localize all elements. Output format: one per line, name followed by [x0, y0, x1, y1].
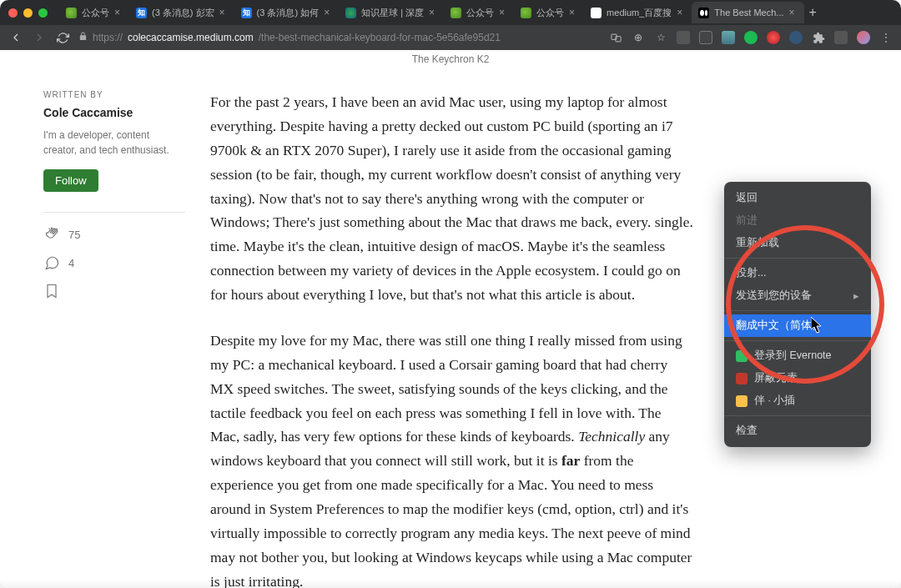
menu-icon[interactable]: ⋮ [879, 31, 893, 44]
follow-button[interactable]: Follow [43, 169, 98, 192]
ctx-separator [724, 258, 871, 259]
ctx-separator [724, 340, 871, 341]
paragraph-1: For the past 2 years, I have been an avi… [210, 90, 694, 307]
tab-5[interactable]: 公众号× [514, 2, 584, 23]
clap-icon [43, 226, 60, 243]
page-content: The Keychron K2 WRITTEN BY Cole Caccamis… [0, 50, 901, 588]
zhihu-icon: 知 [241, 8, 252, 18]
tab-close-icon[interactable]: × [499, 8, 507, 17]
ctx-cast[interactable]: 投射... [724, 262, 871, 284]
tab-6[interactable]: medium_百度搜× [584, 2, 692, 23]
comment-icon [43, 254, 60, 271]
bookmark-icon [43, 283, 60, 299]
claps-count: 75 [68, 229, 80, 241]
tab-title: 公众号 [466, 7, 494, 19]
tab-close-icon[interactable]: × [219, 8, 228, 17]
tab-0[interactable]: 公众号× [59, 2, 129, 23]
plugin-icon [736, 395, 747, 407]
ext-icon[interactable] [767, 31, 780, 44]
new-tab-button[interactable]: + [804, 5, 822, 20]
window-controls [8, 8, 48, 18]
lock-icon [78, 32, 88, 43]
ctx-separator [724, 310, 871, 311]
toolbar: https://colecaccamise.medium.com/the-bes… [0, 25, 901, 50]
url-scheme: https:// [93, 32, 123, 43]
zsxq-icon [345, 8, 356, 18]
ext-icon[interactable] [744, 31, 758, 44]
baidu-icon [591, 8, 602, 18]
reload-button[interactable] [55, 30, 70, 45]
tab-title: The Best Mech... [714, 8, 783, 18]
translate-ext-icon[interactable] [609, 31, 622, 44]
zhihu-icon: 知 [136, 8, 147, 18]
extension-icons: ⊕ ☆ ⋮ [609, 31, 893, 44]
titlebar: 公众号× 知(3 条消息) 彭宏× 知(3 条消息) 如何× 知识星球 | 深度… [0, 0, 901, 25]
ctx-send-to-device[interactable]: 发送到您的设备▸ [724, 284, 871, 307]
maximize-window-button[interactable] [38, 8, 48, 18]
wechat-icon [521, 8, 531, 18]
author-name[interactable]: Cole Caccamise [43, 106, 185, 119]
tab-7-active[interactable]: The Best Mech...× [692, 2, 803, 23]
star-icon[interactable]: ☆ [654, 31, 667, 44]
ctx-translate[interactable]: 翻成中文（简体） [724, 314, 871, 337]
tab-1[interactable]: 知(3 条消息) 彭宏× [129, 2, 234, 23]
ctx-reload[interactable]: 重新加载 [724, 232, 871, 254]
tab-strip: 公众号× 知(3 条消息) 彭宏× 知(3 条消息) 如何× 知识星球 | 深度… [59, 2, 893, 23]
bottom-shadow [0, 580, 901, 588]
ctx-inspect[interactable]: 检查 [724, 420, 871, 442]
tab-close-icon[interactable]: × [677, 8, 685, 17]
tab-3[interactable]: 知识星球 | 深度× [339, 2, 444, 23]
claps-stat[interactable]: 75 [43, 226, 185, 243]
tab-close-icon[interactable]: × [789, 8, 798, 17]
close-window-button[interactable] [8, 8, 18, 18]
article-body: For the past 2 years, I have been an avi… [210, 90, 694, 588]
divider [43, 212, 185, 213]
tab-close-icon[interactable]: × [324, 8, 332, 17]
author-bio: I'm a developer, content creator, and te… [43, 128, 185, 158]
chevron-right-icon: ▸ [853, 289, 859, 302]
wechat-icon [450, 8, 461, 18]
tab-title: medium_百度搜 [607, 7, 672, 19]
ext-icon[interactable] [834, 31, 848, 44]
bookmark-button[interactable] [43, 283, 185, 299]
context-menu: 返回 前进 重新加载 投射... 发送到您的设备▸ 翻成中文（简体） 登录到 E… [724, 182, 871, 447]
image-caption: The Keychron K2 [0, 50, 901, 65]
ctx-evernote[interactable]: 登录到 Evernote [724, 344, 871, 367]
ext-icon[interactable] [722, 31, 735, 44]
paragraph-2: Despite my love for my Mac, there was st… [210, 329, 694, 588]
ctx-forward: 前进 [724, 209, 871, 232]
tab-4[interactable]: 公众号× [444, 2, 514, 23]
responses-count: 4 [68, 257, 74, 269]
minimize-window-button[interactable] [23, 8, 33, 18]
ext-icon[interactable] [677, 31, 690, 44]
ctx-partner[interactable]: 伴 · 小插 [724, 389, 871, 412]
url-host: colecaccamise.medium.com [128, 32, 254, 43]
tab-close-icon[interactable]: × [569, 8, 577, 17]
ctx-block-element[interactable]: 屏蔽元素... [724, 367, 871, 389]
evernote-icon [736, 350, 747, 362]
tab-2[interactable]: 知(3 条消息) 如何× [234, 2, 340, 23]
ctx-separator [724, 415, 871, 416]
tab-close-icon[interactable]: × [114, 8, 123, 17]
cursor-icon [811, 317, 823, 334]
tab-title: 公众号 [536, 7, 564, 19]
tab-title: (3 条消息) 彭宏 [152, 7, 214, 19]
profile-avatar[interactable] [857, 31, 870, 44]
forward-button[interactable] [32, 30, 47, 45]
back-button[interactable] [8, 30, 23, 45]
address-bar[interactable]: https://colecaccamise.medium.com/the-bes… [78, 32, 601, 43]
responses-stat[interactable]: 4 [43, 254, 185, 271]
ext-icon[interactable] [699, 31, 712, 44]
zoom-ext-icon[interactable]: ⊕ [632, 31, 645, 44]
author-sidebar: WRITTEN BY Cole Caccamise I'm a develope… [43, 90, 185, 588]
tab-close-icon[interactable]: × [429, 8, 437, 17]
medium-icon [698, 8, 709, 18]
ublock-icon [736, 373, 747, 384]
ctx-back[interactable]: 返回 [724, 187, 871, 209]
tab-title: (3 条消息) 如何 [257, 7, 320, 19]
tab-title: 公众号 [82, 7, 109, 19]
tab-title: 知识星球 | 深度 [361, 7, 424, 19]
ext-icon[interactable] [789, 31, 803, 44]
wechat-icon [66, 8, 77, 18]
extensions-menu-icon[interactable] [812, 31, 825, 44]
